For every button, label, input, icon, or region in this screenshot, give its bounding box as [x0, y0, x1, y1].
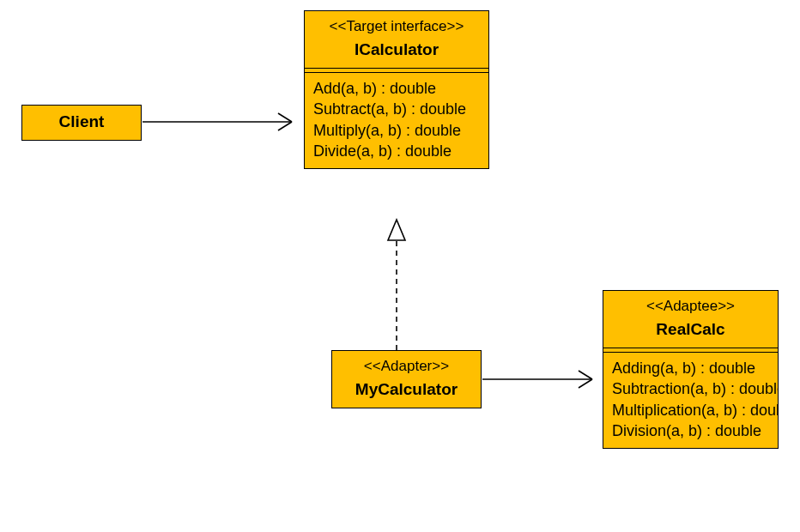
class-icalculator-name: ICalculator — [313, 40, 480, 59]
method-row: Add(a, b) : double — [313, 78, 480, 99]
svg-line-1 — [278, 113, 292, 122]
class-mycalculator: <<Adapter>> MyCalculator — [331, 350, 482, 408]
class-icalculator: <<Target interface>> ICalculator Add(a, … — [304, 10, 489, 169]
class-realcalc: <<Adaptee>> RealCalc Adding(a, b) : doub… — [603, 290, 779, 449]
class-mycalculator-stereotype: <<Adapter>> — [341, 358, 472, 375]
arrow-mycalculator-to-realcalc — [482, 371, 592, 388]
class-mycalculator-name: MyCalculator — [341, 380, 472, 399]
arrow-client-to-icalculator — [142, 113, 292, 130]
method-row: Multiplication(a, b) : double — [612, 400, 769, 420]
class-client: Client — [21, 105, 142, 141]
class-realcalc-stereotype: <<Adaptee>> — [612, 298, 769, 315]
class-realcalc-methods: Adding(a, b) : double Subtraction(a, b) … — [603, 353, 778, 448]
method-row: Divide(a, b) : double — [313, 141, 480, 161]
method-row: Multiply(a, b) : double — [313, 120, 480, 141]
method-row: Adding(a, b) : double — [612, 358, 769, 378]
class-icalculator-stereotype: <<Target interface>> — [313, 18, 480, 35]
class-client-name: Client — [31, 112, 132, 131]
svg-line-6 — [579, 371, 592, 379]
svg-marker-4 — [388, 220, 405, 240]
method-row: Subtract(a, b) : double — [313, 99, 480, 119]
class-realcalc-name: RealCalc — [612, 320, 769, 339]
method-row: Subtraction(a, b) : double — [612, 378, 769, 399]
arrow-mycalculator-implements-icalculator — [388, 220, 405, 350]
svg-line-2 — [278, 122, 292, 130]
svg-line-7 — [579, 379, 592, 388]
class-icalculator-methods: Add(a, b) : double Subtract(a, b) : doub… — [305, 73, 488, 168]
method-row: Division(a, b) : double — [612, 420, 769, 441]
